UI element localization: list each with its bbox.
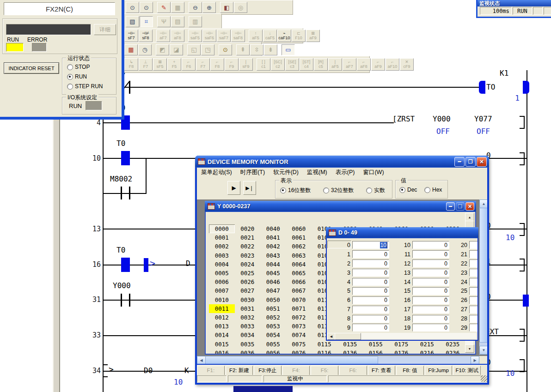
zoom-comment-icon[interactable]: ⊙ <box>140 2 153 13</box>
y-cell[interactable]: 0047 <box>260 286 286 295</box>
cascade-icon[interactable]: ◱ <box>187 44 201 55</box>
y-cell[interactable]: 0045 <box>260 269 286 277</box>
menu-item[interactable]: 表示(P) <box>331 168 359 177</box>
list-icon[interactable]: ▤ <box>171 16 184 27</box>
y-cell[interactable]: 0041 <box>260 233 286 242</box>
y-cell[interactable]: 0030 <box>235 296 261 304</box>
y-cell[interactable]: 0022 <box>235 242 261 251</box>
tool-sF8[interactable]: ⊣⊬sF8 <box>139 30 153 42</box>
project-data-list-icon[interactable]: ⌗ <box>140 16 153 27</box>
tool-F8[interactable]: ⌐F8 <box>210 58 224 71</box>
y-cell[interactable]: 0044 <box>260 260 286 269</box>
coil-up-icon[interactable]: ⇞ <box>236 44 250 55</box>
fkey-f3[interactable]: F3:停止 <box>254 366 282 375</box>
radio-step-run[interactable]: STEP RUN <box>67 83 103 90</box>
y-cell[interactable]: 0010 <box>209 296 235 304</box>
y-cell[interactable]: 0026 <box>235 277 261 286</box>
menu-item[interactable]: 时序图(T) <box>236 168 269 177</box>
d-value-box[interactable] <box>469 315 478 323</box>
tool-sF5[interactable]: ⊠sF5 <box>153 58 167 71</box>
d-value-box[interactable]: 0 <box>352 306 389 314</box>
fkey-f5[interactable]: F5: <box>311 366 338 375</box>
d-window-titlebar[interactable]: D 0- 49 <box>326 227 478 238</box>
tool-F6[interactable]: ⌐F6 <box>182 58 196 71</box>
find-device-icon[interactable]: ⊙ <box>219 44 232 55</box>
scroll-left-button[interactable]: ◀ <box>197 356 206 364</box>
d-value-box[interactable]: 0 <box>412 306 449 314</box>
y-cell[interactable]: 0005 <box>209 269 235 277</box>
d-value-box[interactable] <box>469 287 478 295</box>
tool-saF6[interactable]: ⊣⊢saF6 <box>202 30 216 42</box>
d-value-box[interactable]: 0 <box>412 241 449 249</box>
d-value-box[interactable] <box>469 269 478 277</box>
radio-16bit-integer[interactable]: 16位整数 <box>280 187 311 194</box>
y-cell[interactable]: 0004 <box>209 260 235 269</box>
maximize-button[interactable]: ❐ <box>465 157 476 167</box>
y-cell[interactable]: 0040 <box>260 224 286 233</box>
d-value-box[interactable] <box>469 306 478 314</box>
y-cell[interactable]: 0050 <box>260 296 286 304</box>
y-cell[interactable]: 0053 <box>260 322 286 331</box>
d-value-box[interactable]: 0 <box>412 278 449 286</box>
tool-F8[interactable]: ↳F8 <box>124 58 138 71</box>
tool-F7[interactable]: ⌐F7 <box>196 58 210 71</box>
d-value-box[interactable]: 10 <box>352 241 389 249</box>
device-batch-icon[interactable]: ▦ <box>124 44 138 55</box>
y-cell[interactable]: 0002 <box>209 242 235 251</box>
scroll-right-button[interactable]: ▶ <box>471 356 479 364</box>
coil-down-icon[interactable]: ⇟ <box>264 44 277 55</box>
y-cell[interactable]: 0032 <box>235 313 261 322</box>
d-value-box[interactable]: 0 <box>352 315 389 323</box>
y-cell[interactable]: 0043 <box>260 251 286 260</box>
monitor-start-all-button[interactable]: ▶❘ <box>243 181 256 195</box>
tool-caF10[interactable]: ⌁caF10 <box>277 30 291 42</box>
fkey-f6[interactable]: F6: <box>339 366 367 375</box>
y-cell[interactable]: 0216 <box>414 349 440 354</box>
scroll-thumb[interactable] <box>205 356 378 364</box>
d-value-box[interactable]: 0 <box>352 250 389 258</box>
tool-aF9[interactable]: ⊠aF9 <box>306 30 320 42</box>
y-cell[interactable]: 0135 <box>337 339 363 348</box>
d-value-box[interactable] <box>469 241 478 249</box>
y-cell[interactable]: 0074 <box>286 331 312 339</box>
y-cell[interactable]: 0062 <box>286 242 312 251</box>
y-cell[interactable]: 0013 <box>209 322 235 331</box>
branch-icon[interactable]: Ψ <box>157 16 171 27</box>
y-cell[interactable]: 0056 <box>260 349 286 354</box>
tool-saF8[interactable]: ⊣⊢saF8 <box>231 30 245 42</box>
fkey-f10[interactable]: F10: 测试 <box>453 366 481 375</box>
fkey-f8[interactable]: F8: 值 <box>396 366 424 375</box>
tool-F10[interactable]: ⊏F10 <box>292 30 306 42</box>
y-cell[interactable]: 0052 <box>260 313 286 322</box>
y-cell[interactable]: 0025 <box>235 269 261 277</box>
detail-button[interactable]: 详细 <box>94 24 116 35</box>
y-cell[interactable]: 0003 <box>209 251 235 260</box>
coil-mid-icon[interactable]: ⇳ <box>250 44 263 55</box>
y-cell[interactable]: 0046 <box>260 277 286 286</box>
d-value-box[interactable] <box>469 259 478 267</box>
d-value-box[interactable]: 0 <box>352 296 389 304</box>
menu-item[interactable]: 监视(M) <box>303 168 331 177</box>
y-minimize-button[interactable]: ━ <box>446 202 455 211</box>
y-cell[interactable]: 0031 <box>235 304 261 313</box>
mdi-horizontal-scrollbar[interactable]: ◀ ▶ <box>197 356 479 364</box>
station-icon[interactable]: ▦ <box>171 2 184 13</box>
stop-icon[interactable]: ◪ <box>170 44 183 55</box>
pause-icon[interactable]: ◩ <box>156 44 169 55</box>
d-value-box[interactable]: 0 <box>352 269 389 277</box>
device-monitor-titlebar[interactable]: DEVICE MEMORY MONITOR ━ ❐ ✕ <box>195 156 489 168</box>
monitor-time-icon[interactable]: ◷ <box>138 44 152 55</box>
menu-item[interactable]: 软元件(D) <box>269 168 303 177</box>
scroll-up-button[interactable]: ▲ <box>479 199 487 208</box>
menu-item[interactable]: 菜单起动(S) <box>197 168 236 177</box>
d-value-box[interactable] <box>469 250 478 258</box>
tool-saF5[interactable]: ⊣⊢saF5 <box>188 30 202 42</box>
y-cell[interactable]: 0055 <box>260 339 286 348</box>
minimize-button[interactable]: ━ <box>454 157 465 167</box>
y-cell[interactable]: 0075 <box>286 339 312 348</box>
y-cell[interactable]: 0236 <box>440 349 466 354</box>
y-cell[interactable]: 0051 <box>260 304 286 313</box>
d-value-box[interactable]: 0 <box>412 259 449 267</box>
zoom-out-icon[interactable]: ⊖ <box>189 2 202 13</box>
y-cell[interactable]: 0176 <box>389 349 415 354</box>
